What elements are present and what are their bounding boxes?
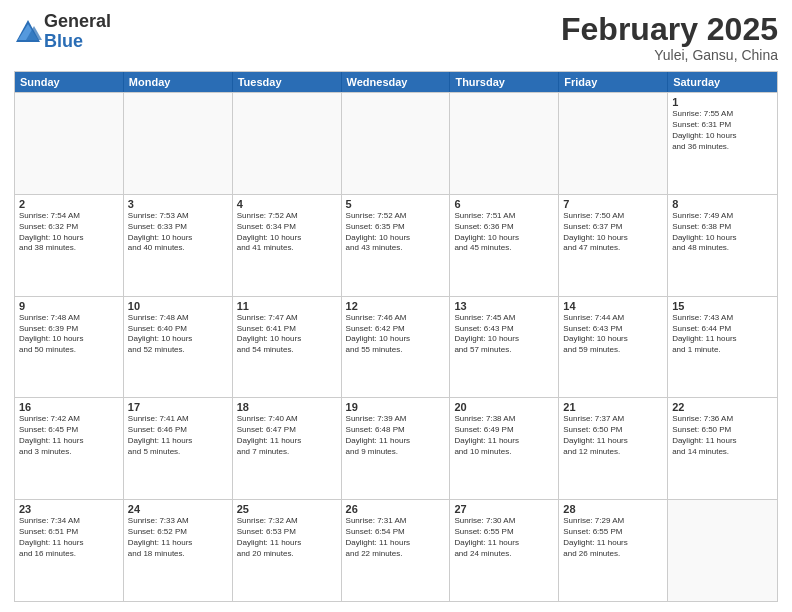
week-row-2: 9Sunrise: 7:48 AM Sunset: 6:39 PM Daylig… <box>15 296 777 398</box>
day-number: 20 <box>454 401 554 413</box>
cal-cell-w0d6: 1Sunrise: 7:55 AM Sunset: 6:31 PM Daylig… <box>668 93 777 194</box>
cal-cell-w4d4: 27Sunrise: 7:30 AM Sunset: 6:55 PM Dayli… <box>450 500 559 601</box>
cal-cell-w2d6: 15Sunrise: 7:43 AM Sunset: 6:44 PM Dayli… <box>668 297 777 398</box>
day-number: 22 <box>672 401 773 413</box>
day-number: 19 <box>346 401 446 413</box>
day-info: Sunrise: 7:49 AM Sunset: 6:38 PM Dayligh… <box>672 211 773 254</box>
day-number: 7 <box>563 198 663 210</box>
day-number: 25 <box>237 503 337 515</box>
day-number: 28 <box>563 503 663 515</box>
day-number: 14 <box>563 300 663 312</box>
day-info: Sunrise: 7:55 AM Sunset: 6:31 PM Dayligh… <box>672 109 773 152</box>
header-thursday: Thursday <box>450 72 559 92</box>
calendar: Sunday Monday Tuesday Wednesday Thursday… <box>14 71 778 602</box>
cal-cell-w0d1 <box>124 93 233 194</box>
day-info: Sunrise: 7:30 AM Sunset: 6:55 PM Dayligh… <box>454 516 554 559</box>
cal-cell-w4d0: 23Sunrise: 7:34 AM Sunset: 6:51 PM Dayli… <box>15 500 124 601</box>
cal-cell-w0d4 <box>450 93 559 194</box>
day-info: Sunrise: 7:51 AM Sunset: 6:36 PM Dayligh… <box>454 211 554 254</box>
day-number: 2 <box>19 198 119 210</box>
day-info: Sunrise: 7:34 AM Sunset: 6:51 PM Dayligh… <box>19 516 119 559</box>
title-block: February 2025 Yulei, Gansu, China <box>561 12 778 63</box>
day-info: Sunrise: 7:45 AM Sunset: 6:43 PM Dayligh… <box>454 313 554 356</box>
header-tuesday: Tuesday <box>233 72 342 92</box>
day-number: 26 <box>346 503 446 515</box>
day-info: Sunrise: 7:47 AM Sunset: 6:41 PM Dayligh… <box>237 313 337 356</box>
location-subtitle: Yulei, Gansu, China <box>561 47 778 63</box>
day-number: 12 <box>346 300 446 312</box>
day-number: 27 <box>454 503 554 515</box>
cal-cell-w4d2: 25Sunrise: 7:32 AM Sunset: 6:53 PM Dayli… <box>233 500 342 601</box>
page: General Blue February 2025 Yulei, Gansu,… <box>0 0 792 612</box>
header-sunday: Sunday <box>15 72 124 92</box>
cal-cell-w2d1: 10Sunrise: 7:48 AM Sunset: 6:40 PM Dayli… <box>124 297 233 398</box>
cal-cell-w2d2: 11Sunrise: 7:47 AM Sunset: 6:41 PM Dayli… <box>233 297 342 398</box>
cal-cell-w2d5: 14Sunrise: 7:44 AM Sunset: 6:43 PM Dayli… <box>559 297 668 398</box>
day-info: Sunrise: 7:43 AM Sunset: 6:44 PM Dayligh… <box>672 313 773 356</box>
day-number: 24 <box>128 503 228 515</box>
day-info: Sunrise: 7:36 AM Sunset: 6:50 PM Dayligh… <box>672 414 773 457</box>
cal-cell-w4d6 <box>668 500 777 601</box>
day-info: Sunrise: 7:44 AM Sunset: 6:43 PM Dayligh… <box>563 313 663 356</box>
cal-cell-w4d1: 24Sunrise: 7:33 AM Sunset: 6:52 PM Dayli… <box>124 500 233 601</box>
cal-cell-w0d3 <box>342 93 451 194</box>
logo-blue-text: Blue <box>44 32 111 52</box>
cal-cell-w4d5: 28Sunrise: 7:29 AM Sunset: 6:55 PM Dayli… <box>559 500 668 601</box>
week-row-4: 23Sunrise: 7:34 AM Sunset: 6:51 PM Dayli… <box>15 499 777 601</box>
cal-cell-w3d5: 21Sunrise: 7:37 AM Sunset: 6:50 PM Dayli… <box>559 398 668 499</box>
cal-cell-w2d0: 9Sunrise: 7:48 AM Sunset: 6:39 PM Daylig… <box>15 297 124 398</box>
cal-cell-w1d2: 4Sunrise: 7:52 AM Sunset: 6:34 PM Daylig… <box>233 195 342 296</box>
day-number: 6 <box>454 198 554 210</box>
cal-cell-w2d4: 13Sunrise: 7:45 AM Sunset: 6:43 PM Dayli… <box>450 297 559 398</box>
day-info: Sunrise: 7:52 AM Sunset: 6:35 PM Dayligh… <box>346 211 446 254</box>
logo-icon <box>14 18 42 46</box>
day-number: 3 <box>128 198 228 210</box>
cal-cell-w3d0: 16Sunrise: 7:42 AM Sunset: 6:45 PM Dayli… <box>15 398 124 499</box>
day-info: Sunrise: 7:42 AM Sunset: 6:45 PM Dayligh… <box>19 414 119 457</box>
header-wednesday: Wednesday <box>342 72 451 92</box>
cal-cell-w2d3: 12Sunrise: 7:46 AM Sunset: 6:42 PM Dayli… <box>342 297 451 398</box>
logo-general-text: General <box>44 12 111 32</box>
cal-cell-w3d6: 22Sunrise: 7:36 AM Sunset: 6:50 PM Dayli… <box>668 398 777 499</box>
day-info: Sunrise: 7:38 AM Sunset: 6:49 PM Dayligh… <box>454 414 554 457</box>
calendar-body: 1Sunrise: 7:55 AM Sunset: 6:31 PM Daylig… <box>15 92 777 601</box>
calendar-header: Sunday Monday Tuesday Wednesday Thursday… <box>15 72 777 92</box>
cal-cell-w3d1: 17Sunrise: 7:41 AM Sunset: 6:46 PM Dayli… <box>124 398 233 499</box>
cal-cell-w0d2 <box>233 93 342 194</box>
cal-cell-w1d0: 2Sunrise: 7:54 AM Sunset: 6:32 PM Daylig… <box>15 195 124 296</box>
day-info: Sunrise: 7:33 AM Sunset: 6:52 PM Dayligh… <box>128 516 228 559</box>
day-info: Sunrise: 7:40 AM Sunset: 6:47 PM Dayligh… <box>237 414 337 457</box>
day-number: 18 <box>237 401 337 413</box>
day-number: 16 <box>19 401 119 413</box>
cal-cell-w3d3: 19Sunrise: 7:39 AM Sunset: 6:48 PM Dayli… <box>342 398 451 499</box>
cal-cell-w1d1: 3Sunrise: 7:53 AM Sunset: 6:33 PM Daylig… <box>124 195 233 296</box>
day-number: 15 <box>672 300 773 312</box>
day-number: 9 <box>19 300 119 312</box>
week-row-1: 2Sunrise: 7:54 AM Sunset: 6:32 PM Daylig… <box>15 194 777 296</box>
day-info: Sunrise: 7:31 AM Sunset: 6:54 PM Dayligh… <box>346 516 446 559</box>
day-info: Sunrise: 7:48 AM Sunset: 6:39 PM Dayligh… <box>19 313 119 356</box>
day-info: Sunrise: 7:41 AM Sunset: 6:46 PM Dayligh… <box>128 414 228 457</box>
day-number: 4 <box>237 198 337 210</box>
day-number: 8 <box>672 198 773 210</box>
day-info: Sunrise: 7:54 AM Sunset: 6:32 PM Dayligh… <box>19 211 119 254</box>
day-info: Sunrise: 7:50 AM Sunset: 6:37 PM Dayligh… <box>563 211 663 254</box>
logo-text: General Blue <box>44 12 111 52</box>
day-info: Sunrise: 7:29 AM Sunset: 6:55 PM Dayligh… <box>563 516 663 559</box>
header-monday: Monday <box>124 72 233 92</box>
cal-cell-w1d4: 6Sunrise: 7:51 AM Sunset: 6:36 PM Daylig… <box>450 195 559 296</box>
day-info: Sunrise: 7:37 AM Sunset: 6:50 PM Dayligh… <box>563 414 663 457</box>
day-number: 23 <box>19 503 119 515</box>
day-number: 17 <box>128 401 228 413</box>
header-saturday: Saturday <box>668 72 777 92</box>
cal-cell-w3d4: 20Sunrise: 7:38 AM Sunset: 6:49 PM Dayli… <box>450 398 559 499</box>
day-info: Sunrise: 7:39 AM Sunset: 6:48 PM Dayligh… <box>346 414 446 457</box>
day-number: 21 <box>563 401 663 413</box>
day-info: Sunrise: 7:53 AM Sunset: 6:33 PM Dayligh… <box>128 211 228 254</box>
day-number: 10 <box>128 300 228 312</box>
day-number: 5 <box>346 198 446 210</box>
day-number: 13 <box>454 300 554 312</box>
header: General Blue February 2025 Yulei, Gansu,… <box>14 12 778 63</box>
day-info: Sunrise: 7:52 AM Sunset: 6:34 PM Dayligh… <box>237 211 337 254</box>
header-friday: Friday <box>559 72 668 92</box>
